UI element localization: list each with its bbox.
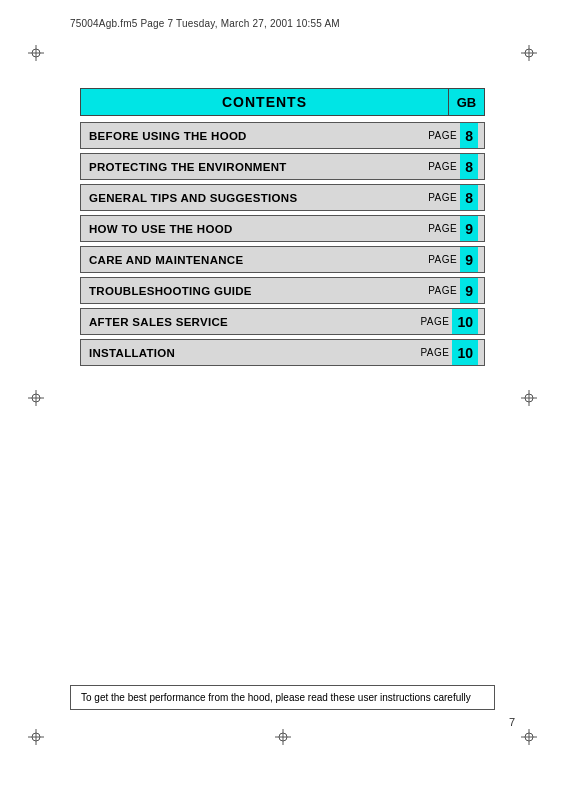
toc-item-page: PAGE9 xyxy=(414,278,484,303)
toc-item-page: PAGE8 xyxy=(414,123,484,148)
toc-item-page: PAGE9 xyxy=(414,247,484,272)
corner-mark-tl xyxy=(28,45,44,61)
corner-mark-ml xyxy=(28,390,44,406)
toc-item-label: CARE AND MAINTENANCE xyxy=(81,247,414,272)
file-info: 75004Agb.fm5 Page 7 Tuesday, March 27, 2… xyxy=(70,18,340,29)
toc-item-label: INSTALLATION xyxy=(81,340,414,365)
page-word: PAGE xyxy=(420,316,449,327)
toc-item-page: PAGE10 xyxy=(414,340,484,365)
toc-row: PROTECTING THE ENVIRONMENTPAGE8 xyxy=(80,153,485,180)
toc-row: TROUBLESHOOTING GUIDEPAGE9 xyxy=(80,277,485,304)
page-word: PAGE xyxy=(428,192,457,203)
bottom-note: To get the best performance from the hoo… xyxy=(70,685,495,710)
contents-header-row: CONTENTS GB xyxy=(80,88,485,116)
page-number: 7 xyxy=(509,716,515,728)
page-num: 8 xyxy=(460,123,478,148)
toc-row: HOW TO USE THE HOODPAGE9 xyxy=(80,215,485,242)
toc-row: BEFORE USING THE HOODPAGE8 xyxy=(80,122,485,149)
contents-title: CONTENTS xyxy=(80,88,449,116)
corner-mark-bm xyxy=(275,729,291,745)
contents-gb-label: GB xyxy=(449,88,485,116)
corner-mark-mr xyxy=(521,390,537,406)
page-word: PAGE xyxy=(428,161,457,172)
contents-section: CONTENTS GB BEFORE USING THE HOODPAGE8PR… xyxy=(80,88,485,370)
page-word: PAGE xyxy=(420,347,449,358)
page-num: 8 xyxy=(460,185,478,210)
toc-item-label: TROUBLESHOOTING GUIDE xyxy=(81,278,414,303)
toc-row: AFTER SALES SERVICEPAGE10 xyxy=(80,308,485,335)
page-num: 10 xyxy=(452,340,478,365)
page-num: 9 xyxy=(460,216,478,241)
toc-item-label: HOW TO USE THE HOOD xyxy=(81,216,414,241)
toc-row: CARE AND MAINTENANCEPAGE9 xyxy=(80,246,485,273)
toc-row: INSTALLATIONPAGE10 xyxy=(80,339,485,366)
page-num: 10 xyxy=(452,309,478,334)
toc-row: GENERAL TIPS AND SUGGESTIONSPAGE8 xyxy=(80,184,485,211)
page-num: 9 xyxy=(460,247,478,272)
toc-item-label: BEFORE USING THE HOOD xyxy=(81,123,414,148)
toc-item-page: PAGE10 xyxy=(414,309,484,334)
toc-item-label: AFTER SALES SERVICE xyxy=(81,309,414,334)
page-num: 8 xyxy=(460,154,478,179)
page-word: PAGE xyxy=(428,223,457,234)
corner-mark-bl xyxy=(28,729,44,745)
toc-list: BEFORE USING THE HOODPAGE8PROTECTING THE… xyxy=(80,122,485,366)
toc-item-label: GENERAL TIPS AND SUGGESTIONS xyxy=(81,185,414,210)
page-word: PAGE xyxy=(428,285,457,296)
page-num: 9 xyxy=(460,278,478,303)
page-word: PAGE xyxy=(428,254,457,265)
page-word: PAGE xyxy=(428,130,457,141)
toc-item-label: PROTECTING THE ENVIRONMENT xyxy=(81,154,414,179)
toc-item-page: PAGE8 xyxy=(414,185,484,210)
corner-mark-tr xyxy=(521,45,537,61)
toc-item-page: PAGE9 xyxy=(414,216,484,241)
page: 75004Agb.fm5 Page 7 Tuesday, March 27, 2… xyxy=(0,0,565,800)
toc-item-page: PAGE8 xyxy=(414,154,484,179)
corner-mark-br xyxy=(521,729,537,745)
